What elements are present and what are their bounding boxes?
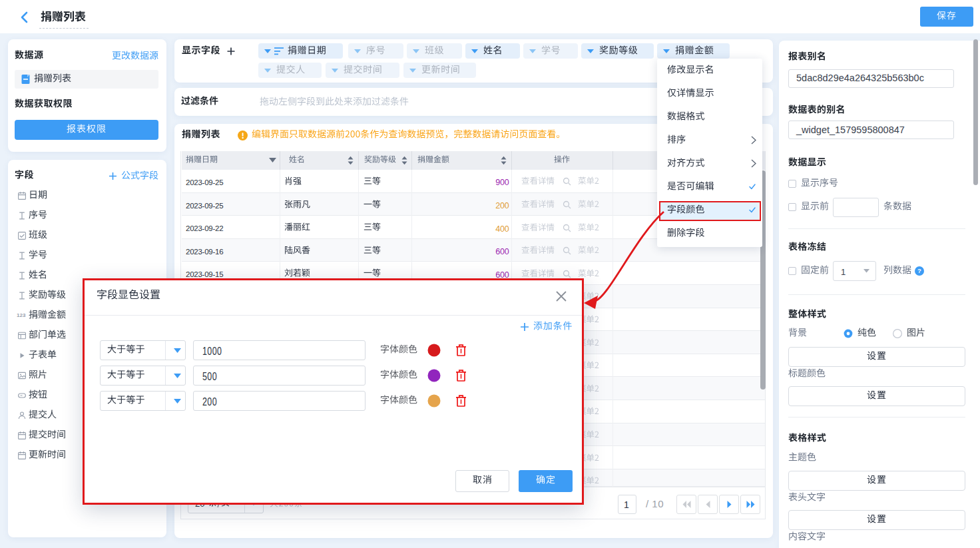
svg-text:?: ? — [917, 267, 921, 274]
svg-text:500: 500 — [202, 370, 217, 382]
svg-text:1000: 1000 — [202, 345, 222, 357]
svg-text:200: 200 — [202, 396, 217, 408]
